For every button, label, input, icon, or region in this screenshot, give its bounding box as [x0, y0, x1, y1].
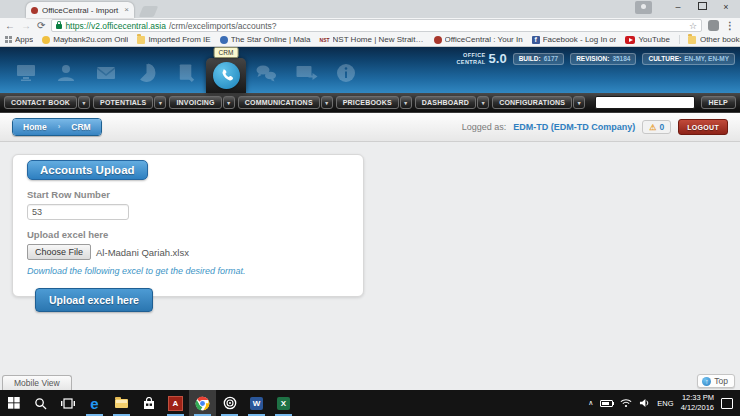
taskbar-task-view-button[interactable] [54, 390, 81, 416]
battery-icon[interactable] [600, 400, 613, 407]
minimize-button[interactable]: – [666, 0, 690, 15]
culture-badge: CULTURE:EN-MY, EN-MY [642, 53, 735, 65]
taskbar-start-button[interactable] [0, 390, 27, 416]
module-desktop[interactable] [6, 53, 46, 93]
module-envelope[interactable] [86, 53, 126, 93]
nav-dropdown-pricebooks[interactable]: ▾ [400, 96, 412, 109]
other-bookmarks[interactable]: Other bookmarks [679, 35, 740, 44]
nav-item-contact-book[interactable]: CONTACT BOOK [4, 96, 77, 109]
info-icon [334, 61, 358, 85]
nav-dropdown-communications[interactable]: ▾ [321, 96, 333, 109]
bookmark-imported-from-ie[interactable]: Imported From IE [137, 35, 210, 44]
nav-item-communications[interactable]: COMMUNICATIONS [238, 96, 320, 109]
nav-dropdown-invoicing[interactable]: ▾ [223, 96, 235, 109]
adobe-reader-icon: A [168, 396, 183, 411]
file-input-row: Choose File Al-Madani Qariah.xlsx [27, 244, 349, 260]
nav-item-pricebooks[interactable]: PRICEBOOKS [336, 96, 399, 109]
mobile-view-button[interactable]: Mobile View [2, 375, 72, 390]
close-button[interactable]: × [714, 0, 738, 15]
wifi-icon[interactable] [620, 398, 632, 408]
nav-dropdown-potentials[interactable]: ▾ [154, 96, 166, 109]
tray-language[interactable]: ENG [657, 399, 673, 408]
url-path-part: /crm/excelimports/accounts? [169, 21, 277, 31]
nav-item-configurations[interactable]: CONFIGURATIONS [492, 96, 572, 109]
module-reports[interactable] [126, 53, 166, 93]
upload-excel-button[interactable]: Upload excel here [35, 288, 153, 312]
module-staff[interactable] [46, 53, 86, 93]
new-tab-button[interactable] [139, 6, 158, 17]
help-button[interactable]: HELP [701, 96, 736, 109]
module-info[interactable] [326, 53, 366, 93]
header-search-input[interactable] [595, 96, 695, 109]
download-format-link[interactable]: Download the following excel to get the … [27, 266, 246, 276]
bookmark-the-star-online[interactable]: The Star Online | Mala [220, 35, 311, 44]
maximize-button[interactable] [690, 0, 714, 15]
bookmark-nst-home[interactable]: NST NST Home | New Straits T [320, 35, 425, 44]
breadcrumb-crm[interactable]: CRM [61, 119, 100, 135]
page-content: Accounts Upload Start Row Number Upload … [0, 142, 740, 390]
bookmarks-bar: Apps Maybank2u.com Onli Imported From IE… [0, 33, 740, 47]
address-bar[interactable]: https://v2.officecentral.asia /crm/excel… [51, 19, 702, 32]
bookmark-maybank2u[interactable]: Maybank2u.com Onli [42, 35, 128, 44]
module-notes[interactable] [166, 53, 206, 93]
back-to-top-button[interactable]: ↑ Top [697, 374, 735, 388]
taskbar-edge[interactable]: e [81, 390, 108, 416]
breadcrumb-home[interactable]: Home [13, 119, 57, 135]
nav-item-invoicing[interactable]: INVOICING [169, 96, 221, 109]
extension-icon[interactable] [708, 20, 719, 31]
url-secure-part: https://v2.officecentral.asia [65, 21, 165, 31]
upload-excel-label: Upload excel here [27, 229, 349, 240]
taskbar-search-button[interactable] [27, 390, 54, 416]
nav-dropdown-configurations[interactable]: ▾ [573, 96, 585, 109]
bookmark-star-icon[interactable]: ☆ [689, 21, 697, 31]
tray-chevron-icon[interactable]: ∧ [588, 399, 593, 407]
back-button[interactable]: ← [5, 21, 15, 31]
taskbar-adobe-reader[interactable]: A [162, 390, 189, 416]
bookmark-facebook[interactable]: f Facebook - Log In or [532, 35, 617, 44]
taskbar-target-app[interactable] [216, 390, 243, 416]
browser-menu-icon[interactable]: ⋮ [725, 20, 735, 31]
nav-item-dashboard[interactable]: DASHBOARD [415, 96, 476, 109]
action-center-icon[interactable] [721, 398, 733, 409]
tray-clock[interactable]: 12:33 PM 4/12/2016 [681, 393, 714, 413]
volume-icon[interactable] [639, 398, 650, 408]
brand-line2: CENTRAL [457, 59, 486, 65]
taskbar-chrome[interactable] [189, 390, 216, 416]
nav-item-potentials[interactable]: POTENTIALS [93, 96, 153, 109]
reload-button[interactable]: ⟳ [37, 21, 45, 31]
accounts-upload-card: Accounts Upload Start Row Number Upload … [12, 154, 364, 297]
logged-as-user-link[interactable]: EDM-TD (EDM-TD Company) [513, 122, 635, 132]
choose-file-button[interactable]: Choose File [27, 244, 91, 260]
forward-button[interactable]: → [21, 21, 31, 31]
bookmark-apps[interactable]: Apps [5, 35, 33, 44]
facebook-icon: f [532, 36, 540, 44]
module-crm-active[interactable]: CRM [206, 58, 246, 93]
taskbar-excel[interactable]: X [270, 390, 297, 416]
bookmark-youtube[interactable]: YouTube [625, 35, 669, 44]
taskbar-file-explorer[interactable] [108, 390, 135, 416]
taskbar-word[interactable]: W [243, 390, 270, 416]
secure-lock-icon [56, 24, 62, 29]
browser-tab[interactable]: OfficeCentral - Import A × [26, 2, 134, 18]
store-bag-icon [143, 397, 155, 410]
mail-send-icon [294, 61, 319, 85]
star-site-icon [220, 36, 228, 44]
bookmark-officecentral[interactable]: OfficeCentral : Your In [434, 35, 523, 44]
taskbar-store[interactable] [135, 390, 162, 416]
logout-button[interactable]: LOGOUT [678, 119, 728, 135]
tab-title: OfficeCentral - Import A [42, 6, 120, 15]
tab-close-icon[interactable]: × [124, 6, 129, 14]
nav-dropdown-contact-book[interactable]: ▾ [78, 96, 90, 109]
notification-badge[interactable]: ⚠ 0 [642, 120, 671, 134]
folder-icon [137, 36, 145, 44]
screen: OfficeCentral - Import A × – × ← → ⟳ htt… [0, 0, 740, 416]
browser-profile-button[interactable] [635, 1, 652, 14]
document-pencil-icon [175, 61, 198, 85]
module-chat[interactable] [246, 53, 286, 93]
start-row-input[interactable] [27, 204, 129, 220]
nav-dropdown-dashboard[interactable]: ▾ [477, 96, 489, 109]
panel-title: Accounts Upload [27, 160, 148, 180]
module-mailbox[interactable] [286, 53, 326, 93]
chrome-icon [195, 396, 210, 411]
windows-taskbar: e A [0, 390, 740, 416]
